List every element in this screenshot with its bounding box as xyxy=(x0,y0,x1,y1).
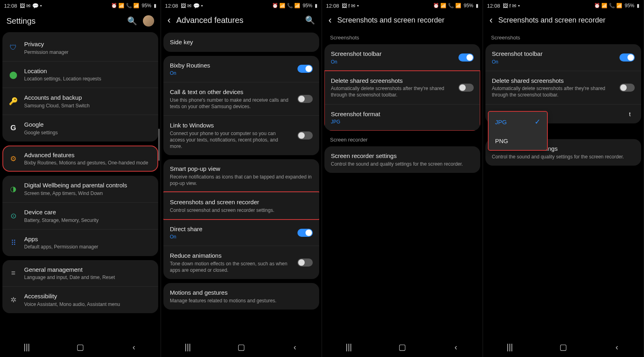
back-button[interactable]: ‹ xyxy=(328,15,332,25)
apps-icon: ⠿ xyxy=(9,238,18,247)
nav-back[interactable]: ‹ xyxy=(290,343,300,352)
nav-home[interactable]: ▢ xyxy=(558,342,569,352)
item-sub: On xyxy=(170,70,291,76)
item-direct-share[interactable]: Direct share On xyxy=(163,219,319,246)
item-sub: JPG xyxy=(331,119,474,125)
scrollbar[interactable] xyxy=(158,129,160,161)
item-side-key[interactable]: Side key xyxy=(163,33,319,52)
nav-recents[interactable]: ||| xyxy=(505,343,515,352)
dropdown-option-jpg[interactable]: JPG ✓ xyxy=(489,112,547,132)
status-bar: 12:08🖼 f ✉ • ⏰ 📶 📞 📶95%▮ xyxy=(322,0,483,11)
toggle-direct-share[interactable] xyxy=(297,229,313,237)
item-accessibility[interactable]: ✲ Accessibility Voice Assistant, Mono au… xyxy=(2,286,158,313)
status-time: 12:08 xyxy=(4,3,17,9)
toggle-screenshot-toolbar[interactable] xyxy=(619,53,635,62)
item-title: Smart pop-up view xyxy=(170,165,313,173)
item-delete-shared[interactable]: Delete shared screenshots Automatically … xyxy=(485,71,641,104)
pin-icon: ⬤ xyxy=(9,70,18,79)
navbar: ||| ▢ ‹ xyxy=(161,337,322,357)
item-sub: Bixby Routines, Motions and gestures, On… xyxy=(24,160,152,166)
status-time: 12:08 xyxy=(487,3,500,9)
status-battery: 95% xyxy=(464,3,473,8)
item-screenshot-toolbar[interactable]: Screenshot toolbar On xyxy=(324,44,480,71)
item-sub: Control the sound and quality settings f… xyxy=(492,154,635,160)
toggle-link-windows[interactable] xyxy=(297,131,313,140)
item-motions-gestures[interactable]: Motions and gestures Manage features rel… xyxy=(163,283,319,310)
option-label: PNG xyxy=(495,137,508,144)
item-bixby-routines[interactable]: Bixby Routines On xyxy=(163,56,319,82)
section-screenshots: Screenshots xyxy=(483,31,644,42)
item-recorder-settings[interactable]: Screen recorder settings Control the sou… xyxy=(324,146,480,173)
wellbeing-icon: ◑ xyxy=(9,185,18,193)
item-apps[interactable]: ⠿ Apps Default apps, Permission manager xyxy=(2,229,158,256)
item-screenshot-format[interactable]: Screenshot format JPG xyxy=(324,104,480,131)
nav-home[interactable]: ▢ xyxy=(397,342,408,352)
toggle-reduce-animations[interactable] xyxy=(297,259,313,267)
item-title: Accessibility xyxy=(24,292,152,300)
item-sub: Location settings, Location requests xyxy=(24,76,152,82)
back-button[interactable]: ‹ xyxy=(167,15,171,25)
item-google[interactable]: G Google Google settings xyxy=(2,115,158,142)
toggle-bixby[interactable] xyxy=(297,65,313,73)
status-time: 12:08 xyxy=(165,3,178,9)
nav-back[interactable]: ‹ xyxy=(129,343,139,352)
search-icon[interactable]: 🔍 xyxy=(305,15,315,25)
toggle-call-text[interactable] xyxy=(297,95,313,103)
item-privacy[interactable]: 🛡 Privacy Permission manager xyxy=(2,32,158,61)
item-title: Reduce animations xyxy=(170,252,291,260)
sliders-icon: ≡ xyxy=(9,269,18,277)
item-general[interactable]: ≡ General management Language and input,… xyxy=(2,260,158,287)
nav-back[interactable]: ‹ xyxy=(612,343,622,352)
item-sub: Control screenshot and screen recorder s… xyxy=(170,207,313,213)
nav-recents[interactable]: ||| xyxy=(344,343,354,352)
item-title: Call & text on other devices xyxy=(170,88,291,96)
nav-recents[interactable]: ||| xyxy=(183,343,193,352)
section-recorder: Screen recorder xyxy=(322,133,483,144)
item-reduce-animations[interactable]: Reduce animations Tone down motion effec… xyxy=(163,246,319,279)
settings-group-3: ≡ General management Language and input,… xyxy=(2,260,158,313)
item-wellbeing[interactable]: ◑ Digital Wellbeing and parental control… xyxy=(2,176,158,202)
item-sub: Screen time, App timers, Wind Down xyxy=(24,190,152,197)
group-side-key: Side key xyxy=(163,33,319,52)
nav-back[interactable]: ‹ xyxy=(451,343,461,352)
nav-home[interactable]: ▢ xyxy=(75,342,86,352)
toggle-screenshot-toolbar[interactable] xyxy=(458,53,474,62)
status-notif-icons: 🖼 ✉ 💬 • xyxy=(20,3,42,9)
item-advanced-features[interactable]: ⚙ Advanced features Bixby Routines, Moti… xyxy=(2,146,158,172)
item-sub: Battery, Storage, Memory, Security xyxy=(24,217,152,224)
toggle-delete-shared[interactable] xyxy=(458,84,474,92)
item-title: Delete shared screenshots xyxy=(331,77,452,85)
item-title: Accounts and backup xyxy=(24,94,152,102)
item-device-care[interactable]: ⊙ Device care Battery, Storage, Memory, … xyxy=(2,202,158,229)
item-screenshot-toolbar[interactable]: Screenshot toolbar On xyxy=(485,44,641,71)
item-delete-shared[interactable]: Delete shared screenshots Automatically … xyxy=(324,71,480,104)
page-title: Settings xyxy=(6,16,35,26)
item-title: Motions and gestures xyxy=(170,289,313,297)
status-icons: ⏰ 📶 📞 📶 xyxy=(111,3,139,8)
check-icon: ✓ xyxy=(535,117,541,126)
group-motions: Motions and gestures Manage features rel… xyxy=(163,283,319,310)
toggle-delete-shared[interactable] xyxy=(619,84,635,92)
nav-home[interactable]: ▢ xyxy=(236,342,247,352)
item-link-windows[interactable]: Link to Windows Connect your phone to yo… xyxy=(163,115,319,155)
item-popup-view[interactable]: Smart pop-up view Receive notifications … xyxy=(163,159,319,192)
item-sub: Language and input, Date and time, Reset xyxy=(24,274,152,281)
header: ‹ Advanced features 🔍 xyxy=(161,11,322,31)
item-sub: Google settings xyxy=(24,129,152,136)
nav-recents[interactable]: ||| xyxy=(22,343,32,352)
item-title: Screenshot toolbar xyxy=(492,50,613,58)
item-sub: On xyxy=(170,234,291,240)
item-sub: Samsung Cloud, Smart Switch xyxy=(24,103,152,109)
item-screenshots-recorder[interactable]: Screenshots and screen recorder Control … xyxy=(163,192,319,219)
search-icon[interactable]: 🔍 xyxy=(127,16,137,26)
item-call-text[interactable]: Call & text on other devices Use this ph… xyxy=(163,82,319,115)
item-location[interactable]: ⬤ Location Location settings, Location r… xyxy=(2,61,158,88)
navbar: ||| ▢ ‹ xyxy=(483,337,644,357)
phone-advanced-features: 12:08🖼 ✉ 💬 • ⏰ 📶 📞 📶95%▮ ‹ Advanced feat… xyxy=(161,0,322,357)
dropdown-option-png[interactable]: PNG xyxy=(489,132,547,150)
back-button[interactable]: ‹ xyxy=(489,15,493,25)
avatar[interactable] xyxy=(143,15,154,27)
item-accounts[interactable]: 🔑 Accounts and backup Samsung Cloud, Sma… xyxy=(2,88,158,115)
settings-group-2: ◑ Digital Wellbeing and parental control… xyxy=(2,176,158,256)
status-bar: 12:08🖼 f ✉ • ⏰ 📶 📞 📶95%▮ xyxy=(483,0,644,11)
